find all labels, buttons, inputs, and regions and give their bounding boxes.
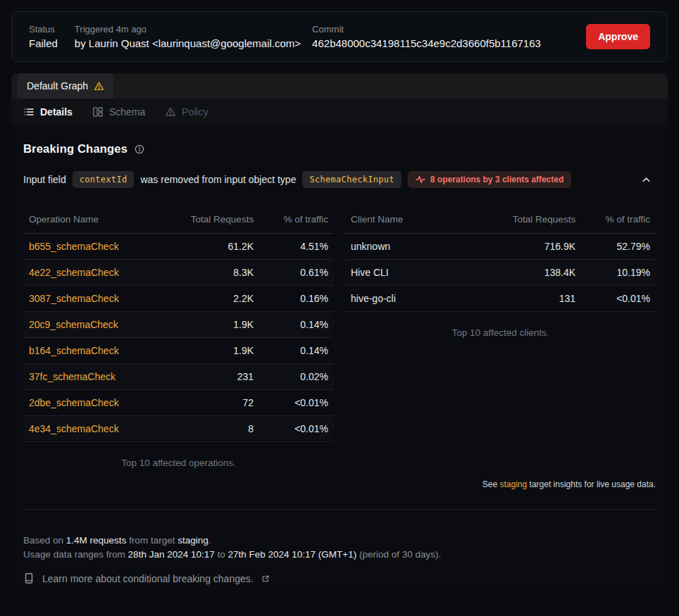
policy-warning-icon [165, 106, 176, 118]
traffic-cell: 0.16% [259, 286, 334, 312]
info-icon[interactable] [135, 144, 144, 154]
affected-badge-label: 8 operations by 3 clients affected [430, 175, 563, 184]
client-name-cell: hive-go-cli [351, 293, 396, 304]
total-requests-cell: 138.4K [482, 260, 581, 286]
status-value: Failed [29, 37, 58, 49]
clients-footnote: Top 10 affected clients. [345, 327, 656, 338]
tab-details[interactable]: Details [23, 106, 73, 118]
section-divider [23, 509, 656, 510]
triggered-group: Triggered 4m ago by Laurin Quast <laurin… [75, 24, 301, 49]
legend-text: from target [129, 535, 175, 546]
breaking-changes-header: Breaking Changes [23, 142, 656, 156]
operation-link[interactable]: b164_schemaCheck [29, 345, 119, 356]
tab-policy-label: Policy [182, 106, 208, 118]
usage-tables: Operation Name Total Requests % of traff… [23, 208, 656, 468]
list-icon [23, 106, 35, 118]
usage-legend: Based on 1.4M requests from target stagi… [23, 534, 656, 562]
staging-target-link[interactable]: staging [500, 479, 528, 489]
legend-to-date: 27th Feb 2024 10:17 (GMT+1) [228, 549, 357, 560]
breaking-change-row[interactable]: Input field contextId was removed from i… [23, 171, 656, 188]
triggered-author: by Laurin Quast <laurinquast@googlemail.… [75, 37, 301, 49]
commit-hash: 462b48000c34198115c34e9c2d3660f5b1167163 [312, 37, 541, 49]
operations-footnote: Top 10 affected operations. [23, 458, 334, 468]
table-row: 2dbe_schemaCheck72<0.01% [23, 390, 334, 416]
table-row: Hive CLI138.4K10.19% [345, 260, 656, 286]
table-header-row: Operation Name Total Requests % of traff… [23, 208, 334, 234]
operations-table: Operation Name Total Requests % of traff… [23, 208, 334, 442]
check-content: Breaking Changes Input field contextId w… [11, 125, 668, 590]
traffic-cell: 52.79% [581, 234, 656, 260]
table-row: b164_schemaCheck1.9K0.14% [23, 338, 334, 364]
tab-details-label: Details [40, 106, 73, 118]
legend-line-2: Usage data ranges from 28th Jan 2024 10:… [23, 548, 656, 562]
legend-text: . [208, 535, 211, 546]
insights-suffix: target insights for live usage data. [530, 479, 656, 489]
traffic-cell: 0.61% [259, 260, 334, 286]
external-link-icon [261, 574, 270, 583]
col-traffic: % of traffic [259, 208, 334, 234]
traffic-cell: <0.01% [259, 416, 334, 442]
col-total-requests: Total Requests [160, 208, 259, 234]
table-header-row: Client Name Total Requests % of traffic [345, 208, 656, 234]
tab-default-graph[interactable]: Default Graph [18, 73, 113, 99]
check-header-card: Status Failed Triggered 4m ago by Laurin… [11, 11, 668, 62]
total-requests-cell: 231 [160, 364, 259, 390]
graph-tab-label: Default Graph [27, 80, 88, 92]
operation-link[interactable]: 4e22_schemaCheck [29, 267, 119, 278]
traffic-cell: 4.51% [259, 234, 334, 260]
col-traffic: % of traffic [581, 208, 656, 234]
col-operation-name: Operation Name [23, 208, 160, 234]
traffic-cell: 0.14% [259, 312, 334, 338]
total-requests-cell: 1.9K [160, 338, 259, 364]
affected-operations-badge[interactable]: 8 operations by 3 clients affected [408, 171, 571, 188]
total-requests-cell: 8 [160, 416, 259, 442]
chevron-up-icon[interactable] [641, 175, 652, 185]
section-title: Breaking Changes [23, 142, 127, 156]
traffic-cell: 0.02% [259, 364, 334, 390]
change-text-middle: was removed from input object type [140, 174, 296, 185]
traffic-cell: 0.14% [259, 338, 334, 364]
pulse-icon [416, 175, 425, 184]
operation-link[interactable]: 2dbe_schemaCheck [29, 397, 119, 408]
table-row: b655_schemaCheck61.2K4.51% [23, 234, 334, 260]
table-row: hive-go-cli131<0.01% [345, 286, 656, 312]
clients-column: Client Name Total Requests % of traffic … [345, 208, 656, 338]
col-client-name: Client Name [345, 208, 482, 234]
warning-icon [94, 81, 104, 92]
legend-line-1: Based on 1.4M requests from target stagi… [23, 534, 656, 548]
traffic-cell: <0.01% [581, 286, 656, 312]
operation-link[interactable]: 37fc_schemaCheck [29, 371, 116, 382]
legend-text: to [217, 549, 225, 560]
clients-table: Client Name Total Requests % of traffic … [345, 208, 656, 312]
tab-policy[interactable]: Policy [165, 106, 208, 118]
check-tabs: Details Schema Policy [11, 99, 668, 125]
approve-button[interactable]: Approve [586, 24, 650, 49]
client-name-cell: Hive CLI [351, 267, 389, 278]
total-requests-cell: 2.2K [160, 286, 259, 312]
total-requests-cell: 61.2K [160, 234, 259, 260]
learn-more-link[interactable]: Learn more about conditional breaking ch… [23, 572, 656, 584]
schema-check-page: Status Failed Triggered 4m ago by Laurin… [0, 0, 679, 601]
check-detail-card: Default Graph Details [11, 73, 668, 590]
change-text-prefix: Input field [23, 174, 66, 185]
legend-from-date: 28th Jan 2024 10:17 [128, 549, 215, 560]
total-requests-cell: 131 [482, 286, 581, 312]
book-icon [23, 572, 35, 584]
operation-link[interactable]: 3087_schemaCheck [29, 293, 119, 304]
legend-text: (period of 30 days). [359, 549, 441, 560]
total-requests-cell: 8.3K [160, 260, 259, 286]
legend-requests: 1.4M requests [66, 535, 127, 546]
col-total-requests: Total Requests [482, 208, 581, 234]
table-row: unknown716.9K52.79% [345, 234, 656, 260]
client-name-cell: unknown [351, 241, 390, 252]
table-row: 20c9_schemaCheck1.9K0.14% [23, 312, 334, 338]
operation-link[interactable]: 4e34_schemaCheck [29, 423, 119, 434]
status-label: Status [29, 24, 58, 34]
tab-schema[interactable]: Schema [92, 106, 145, 118]
operation-link[interactable]: 20c9_schemaCheck [29, 319, 118, 330]
operation-link[interactable]: b655_schemaCheck [29, 241, 119, 252]
schema-icon [92, 106, 104, 118]
traffic-cell: 10.19% [581, 260, 656, 286]
commit-group: Commit 462b48000c34198115c34e9c2d3660f5b… [312, 24, 541, 49]
legend-target: staging [177, 535, 208, 546]
